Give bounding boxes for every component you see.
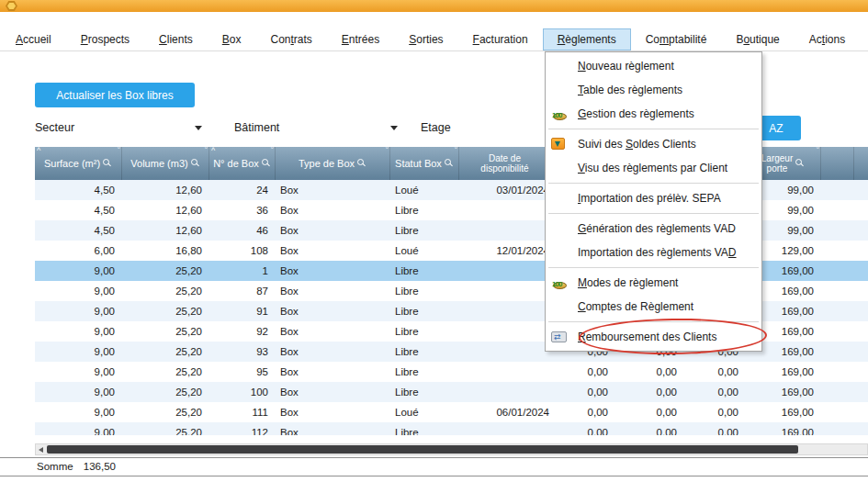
menubar-item[interactable]: Box	[208, 28, 256, 50]
cell-largeur-porte: 169,00	[746, 402, 821, 422]
cell-surface: 4,50	[35, 180, 122, 200]
cell-empty	[821, 200, 854, 220]
cell-empty	[821, 402, 854, 422]
column-header[interactable]: Date de disponibilité	[459, 147, 551, 180]
cell-surface: 9,00	[35, 342, 122, 362]
column-header[interactable]	[821, 147, 854, 180]
menu-item[interactable]: Importation des règlements VAD	[546, 241, 761, 264]
menubar-item[interactable]: Boutique	[721, 28, 794, 50]
menu-item[interactable]: Suivi des Soldes Clients	[546, 132, 761, 156]
refresh-free-boxes-button[interactable]: Actualiser les Box libres	[35, 83, 195, 107]
search-icon[interactable]	[103, 159, 112, 168]
menu-item[interactable]	[546, 180, 761, 186]
cell-box-type: Box	[276, 200, 390, 220]
menu-item-label: Génération des règlements VAD	[578, 222, 736, 235]
cell-box-type: Box	[276, 342, 390, 362]
cell-surface: 9,00	[35, 261, 122, 281]
table-row[interactable]: 9,00 25,20 112 Box Libre 0,00 0,00 0,00 …	[35, 422, 868, 435]
menu-item[interactable]: Comptes de Règlement	[546, 295, 761, 319]
cell-col7: 0,00	[551, 402, 615, 422]
cell-statut: Libre	[390, 422, 459, 435]
menubar-item[interactable]: Sorties	[394, 28, 457, 50]
cell-box-type: Box	[276, 261, 390, 281]
menu-item[interactable]: Modes de règlement	[546, 271, 761, 295]
menu-item[interactable]: Table des règlements	[546, 78, 761, 102]
cell-box-number: 46	[209, 220, 276, 241]
menu-item[interactable]: Importation des prélèv. SEPA	[546, 186, 761, 210]
cell-secteur	[854, 200, 868, 220]
cell-statut: Loué	[390, 241, 459, 261]
scrollbar-thumb[interactable]	[47, 445, 798, 454]
cell-box-number: 1	[209, 261, 276, 281]
column-header[interactable]: Surface (m²)	[35, 147, 122, 180]
column-header-label: Surface (m²)	[44, 158, 100, 169]
sum-value: 136,50	[35, 458, 116, 476]
table-row[interactable]: 9,00 25,20 100 Box Libre 0,00 0,00 0,00 …	[35, 382, 868, 402]
scroll-left-arrow-icon[interactable]	[39, 447, 43, 453]
cell-secteur	[854, 241, 868, 261]
column-header[interactable]: Statut Box	[390, 147, 459, 180]
menubar-item[interactable]: Clients	[144, 28, 208, 50]
cell-date	[459, 382, 551, 402]
menu-item-label: Suivi des Soldes Clients	[578, 138, 696, 151]
menubar-item[interactable]: Règlements	[543, 28, 631, 50]
table-row[interactable]: 9,00 25,20 95 Box Libre 0,00 0,00 0,00 1…	[35, 362, 868, 382]
cell-col8: 0,00	[615, 382, 684, 402]
cell-empty	[821, 362, 854, 382]
cell-box-number: 93	[209, 342, 276, 362]
menu-item[interactable]: Gestion des règlements	[546, 102, 761, 126]
cell-largeur-porte: 169,00	[746, 362, 821, 382]
cell-col8: 0,00	[615, 362, 684, 382]
cell-secteur	[854, 220, 868, 241]
building-combobox[interactable]: Bâtiment	[234, 117, 398, 139]
menubar-item[interactable]: Accueil	[1, 28, 66, 50]
sector-combobox[interactable]: Secteur	[35, 117, 202, 139]
column-header-label: Date de disponibilité	[480, 153, 528, 174]
cell-surface: 9,00	[35, 321, 122, 342]
cell-empty	[821, 321, 854, 342]
search-icon[interactable]	[357, 159, 366, 168]
cell-col8: 0,00	[615, 402, 684, 422]
cell-volume: 16,80	[122, 241, 209, 261]
cell-col8: 0,00	[615, 422, 684, 435]
cell-box-number: 111	[209, 402, 276, 422]
menu-item[interactable]	[546, 126, 761, 132]
menu-item[interactable]	[546, 210, 761, 217]
menu-item-label: Modes de règlement	[578, 276, 678, 289]
dropdown-arrow-icon	[390, 126, 398, 130]
menu-item[interactable]: Visu des règlements par Client	[546, 156, 761, 180]
column-header-label: Volume (m3)	[130, 158, 187, 169]
menubar-item[interactable]: Prospects	[66, 28, 144, 50]
cell-statut: Loué	[390, 180, 459, 200]
menu-item-label: Nouveau règlement	[578, 60, 674, 73]
cell-date	[459, 321, 551, 342]
menubar-item[interactable]: Actions	[795, 28, 860, 50]
menu-item[interactable]	[546, 264, 761, 271]
menubar-item[interactable]: Contrats	[255, 28, 326, 50]
menu-item[interactable]: Génération des règlements VAD	[546, 217, 761, 241]
cell-col9: 0,00	[684, 402, 746, 422]
cell-empty	[821, 342, 854, 362]
search-icon[interactable]	[795, 159, 805, 168]
search-icon[interactable]	[262, 159, 271, 168]
table-row[interactable]: 9,00 25,20 111 Box Loué 06/01/2024 0,00 …	[35, 402, 868, 422]
menubar-item[interactable]: Entrées	[327, 28, 394, 50]
menubar-item[interactable]: Comptabilité	[631, 28, 722, 50]
sort-caret-icon	[211, 147, 215, 155]
cell-secteur	[854, 402, 868, 422]
column-header[interactable]: Sec	[854, 147, 868, 180]
column-header[interactable]: N° de Box	[209, 147, 276, 180]
cell-secteur	[854, 261, 868, 281]
search-icon[interactable]	[191, 159, 200, 168]
cell-largeur-porte: 169,00	[746, 422, 821, 435]
cell-statut: Libre	[390, 281, 459, 301]
menu-item[interactable]: Nouveau règlement	[546, 54, 761, 78]
column-header[interactable]: Volume (m3)	[122, 147, 209, 180]
cell-box-number: 91	[209, 301, 276, 321]
menubar-item[interactable]: Facturation	[458, 28, 543, 50]
horizontal-scrollbar[interactable]	[35, 443, 868, 455]
cell-box-type: Box	[276, 402, 390, 422]
cell-col9: 0,00	[684, 422, 746, 435]
column-header[interactable]: Type de Box	[276, 147, 390, 180]
search-icon[interactable]	[445, 159, 454, 168]
